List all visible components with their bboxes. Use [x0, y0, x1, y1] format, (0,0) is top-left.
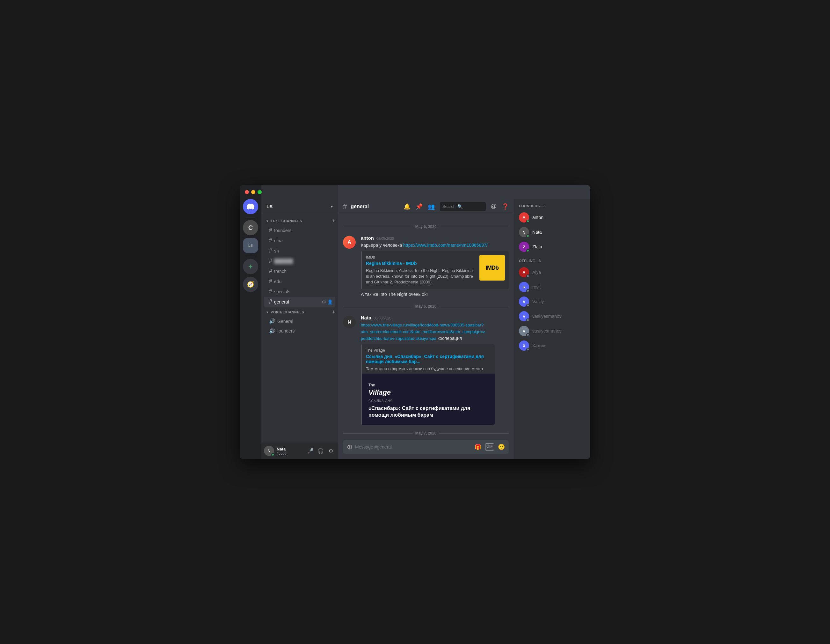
- date-line: [343, 433, 413, 434]
- user-info: Nata #0806: [277, 447, 303, 455]
- voice-channels-header[interactable]: ▾ VOICE CHANNELS +: [261, 308, 338, 316]
- village-subtitle: ССЫЛКА ДНЯ: [369, 399, 488, 403]
- member-avatar-vasilyesmanov1: V: [519, 311, 529, 321]
- member-item-anton[interactable]: A anton: [516, 210, 588, 224]
- member-item-alya[interactable]: A Alya: [516, 265, 588, 279]
- speaker-icon: 🔊: [269, 318, 276, 324]
- member-avatar-vasily: V: [519, 297, 529, 307]
- village-embed-header: The Village Ссылка дня. «Спасибар»: Сайт…: [362, 344, 495, 374]
- explore-button[interactable]: 🧭: [243, 277, 258, 292]
- members-icon[interactable]: 👥: [428, 203, 435, 210]
- member-avatar-khadiya: Х: [519, 341, 529, 351]
- manage-channel-icon[interactable]: ⚙: [322, 299, 326, 305]
- channel-item-nina[interactable]: # nina: [264, 236, 335, 246]
- members-sidebar: FOUNDERS—3 A anton N Nata Z: [514, 199, 590, 459]
- voice-channel-name: founders: [277, 328, 333, 333]
- server-icon-c[interactable]: C: [243, 220, 258, 235]
- messages-area[interactable]: May 5, 2020 A anton 05/05/2020 Карьера у…: [338, 214, 514, 440]
- server-icon-discord[interactable]: [243, 199, 258, 214]
- hash-icon: #: [269, 288, 272, 295]
- channel-item-founders[interactable]: # founders: [264, 225, 335, 235]
- online-status-icon: [526, 249, 529, 252]
- imdb-link[interactable]: https://www.imdb.com/name/nm10865837/: [403, 243, 488, 248]
- channel-item-sh[interactable]: # sh: [264, 246, 335, 256]
- member-item-rosit[interactable]: R rosit: [516, 280, 588, 294]
- section-arrow-icon: ▾: [266, 219, 268, 223]
- add-member-icon[interactable]: 👤: [327, 299, 333, 305]
- emoji-icon[interactable]: 🙂: [498, 444, 505, 450]
- mention-icon[interactable]: @: [491, 203, 497, 210]
- member-name-zlata: Zlata: [532, 244, 542, 249]
- member-item-nata[interactable]: N Nata: [516, 225, 588, 239]
- embed-title[interactable]: Ссылка дня. «Спасибар»: Сайт с сертифика…: [366, 354, 491, 364]
- notification-bell-icon[interactable]: 🔔: [404, 203, 410, 210]
- offline-status-icon: [526, 289, 529, 292]
- user-tag: #0806: [277, 451, 303, 455]
- voice-channel-name: General: [277, 319, 333, 324]
- add-server-button[interactable]: +: [243, 259, 258, 274]
- settings-button[interactable]: ⚙: [326, 446, 335, 455]
- search-box[interactable]: Search 🔍: [440, 202, 486, 211]
- hash-icon: #: [269, 227, 272, 234]
- minimize-button[interactable]: [251, 190, 255, 194]
- imdb-embed: IMDb Regina Bikkinina - IMDb Regina Bikk…: [361, 251, 509, 289]
- hash-icon: #: [269, 258, 272, 264]
- deafen-button[interactable]: 🎧: [316, 446, 325, 455]
- channel-item-trench[interactable]: # trench: [264, 266, 335, 276]
- add-file-button[interactable]: ⊕: [347, 444, 353, 450]
- channel-name: nina: [274, 238, 333, 243]
- section-arrow-icon: ▾: [266, 311, 268, 314]
- search-placeholder: Search: [442, 204, 456, 209]
- embed-provider: IMDb: [366, 255, 475, 260]
- imdb-thumbnail: IMDb: [479, 255, 505, 281]
- input-actions: 🎁 GIF 🙂: [474, 444, 505, 450]
- member-item-vasilyesmanov2[interactable]: V vasilyesmanov: [516, 324, 588, 338]
- message-input[interactable]: [355, 444, 472, 449]
- member-name-vasilyesmanov2: vasilyesmanov: [532, 328, 562, 333]
- village-embed: The Village Ссылка дня. «Спасибар»: Сайт…: [361, 344, 495, 425]
- member-item-khadiya[interactable]: Х Хадия: [516, 339, 588, 353]
- message-header: Nata 05/06/2020: [361, 315, 509, 320]
- date-divider-may6: May 6, 2020: [343, 304, 509, 309]
- date-line: [439, 306, 509, 306]
- voice-channel-general[interactable]: 🔊 General: [264, 317, 335, 326]
- server-icon-ls[interactable]: LS: [243, 238, 258, 253]
- message-group-anton: A anton 05/05/2020 Карьера у человека ht…: [338, 234, 514, 299]
- member-item-zlata[interactable]: Z Zlata: [516, 240, 588, 254]
- channel-item-general[interactable]: # general ⚙ 👤: [264, 297, 335, 307]
- hash-icon: #: [269, 278, 272, 285]
- date-label: May 6, 2020: [415, 304, 437, 309]
- add-text-channel-button[interactable]: +: [332, 218, 335, 224]
- village-title: «Спасибар»: Сайт с сертификатами для пом…: [369, 405, 488, 419]
- online-status-icon: [526, 234, 529, 238]
- close-button[interactable]: [245, 190, 249, 194]
- village-link[interactable]: https://www.the-village.ru/village/food/…: [361, 323, 486, 341]
- channel-item-blurred[interactable]: # ██████: [264, 256, 335, 266]
- server-header[interactable]: LS ▾: [261, 199, 338, 214]
- date-line: [343, 306, 413, 306]
- message-text: Карьера у человека https://www.imdb.com/…: [361, 242, 509, 249]
- add-voice-channel-button[interactable]: +: [332, 309, 335, 315]
- hash-icon: #: [269, 268, 272, 274]
- embed-title[interactable]: Regina Bikkinina - IMDb: [366, 261, 475, 266]
- gift-icon[interactable]: 🎁: [474, 444, 481, 450]
- text-channels-header[interactable]: ▾ TEXT CHANNELS +: [261, 217, 338, 225]
- help-icon[interactable]: ❓: [502, 203, 509, 210]
- embed-provider: The Village: [366, 348, 491, 353]
- date-label: May 7, 2020: [415, 431, 437, 436]
- gif-icon[interactable]: GIF: [485, 444, 494, 450]
- member-item-vasily[interactable]: V Vasily: [516, 295, 588, 309]
- channel-item-edu[interactable]: # edu: [264, 276, 335, 286]
- maximize-button[interactable]: [258, 190, 262, 194]
- app-window: C LS + 🧭 LS ▾ ▾ TEXT CHANNELS: [240, 185, 590, 459]
- pin-icon[interactable]: 📌: [416, 203, 423, 210]
- search-icon: 🔍: [458, 204, 463, 209]
- member-name-nata: Nata: [532, 230, 542, 235]
- member-item-vasilyesmanov1[interactable]: V vasilyesmanov: [516, 309, 588, 323]
- chat-header: # general 🔔 📌 👥 Search 🔍 @ ❓: [338, 199, 514, 214]
- mute-button[interactable]: 🎤: [306, 446, 315, 455]
- online-status-icon: [526, 220, 529, 223]
- channel-item-specials[interactable]: # specials: [264, 287, 335, 297]
- voice-channel-founders[interactable]: 🔊 founders: [264, 326, 335, 335]
- member-name-vasily: Vasily: [532, 299, 544, 304]
